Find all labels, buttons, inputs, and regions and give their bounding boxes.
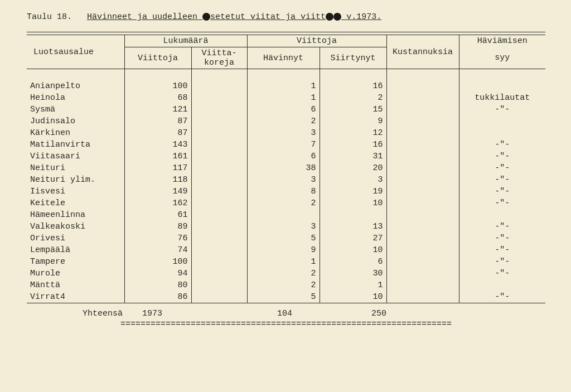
cell-syy: -"- (459, 151, 545, 162)
cell-havinnyt: 8 (247, 186, 320, 197)
table-row: Neituri ylim.11833-"- (27, 174, 545, 186)
cell-siirtynyt: 3 (320, 174, 386, 186)
cell-viittoja: 74 (124, 244, 191, 256)
col-header-viittoja: Viittoja (247, 35, 386, 47)
cell-kustannuksia (386, 174, 459, 186)
cell-viittakoreja (191, 174, 247, 186)
cell-kustannuksia (386, 127, 459, 139)
cell-havinnyt: 1 (247, 92, 320, 104)
cell-siirtynyt: 31 (320, 151, 386, 162)
cell-kustannuksia (386, 279, 459, 291)
cell-kustannuksia (386, 268, 459, 279)
cell-viittakoreja (191, 92, 247, 104)
table-row: Murole94230-"- (27, 268, 545, 279)
cell-syy (459, 80, 545, 92)
col-subheader-viittakoreja: Viitta- koreja (191, 47, 247, 69)
cell-havinnyt: 5 (247, 291, 320, 303)
cell-havinnyt: 1 (247, 80, 320, 92)
cell-syy: -"- (459, 221, 545, 233)
cell-kustannuksia (386, 92, 459, 104)
cell-havinnyt: 3 (247, 174, 320, 186)
cell-siirtynyt: 20 (320, 162, 386, 174)
cell-viittakoreja (191, 115, 247, 127)
cell-kustannuksia (386, 139, 459, 151)
table-row: Matilanvirta143716-"- (27, 139, 545, 151)
cell-viittoja: 61 (124, 209, 191, 221)
cell-area: Keitele (27, 197, 124, 209)
cell-viittoja: 121 (124, 104, 191, 115)
cell-syy: -"- (459, 244, 545, 256)
cell-havinnyt (247, 209, 320, 221)
cell-havinnyt: 6 (247, 151, 320, 162)
cell-area: Viitasaari (27, 151, 124, 162)
cell-syy (459, 115, 545, 127)
cell-havinnyt: 7 (247, 139, 320, 151)
totals-havinnyt: 104 (181, 309, 303, 318)
cell-siirtynyt: 1 (320, 279, 386, 291)
table-row: Sysmä121615-"- (27, 104, 545, 115)
cell-syy: -"- (459, 291, 545, 303)
cell-area: Lempäälä (27, 244, 124, 256)
cell-syy: -"- (459, 162, 545, 174)
cell-siirtynyt: 15 (320, 104, 386, 115)
cell-syy: -"- (459, 256, 545, 268)
cell-syy (459, 279, 545, 291)
col-subheader-syy: syy (459, 47, 545, 69)
cell-viittakoreja (191, 221, 247, 233)
table-row: Orivesi76527-"- (27, 233, 545, 244)
cell-syy (459, 127, 545, 139)
cell-siirtynyt: 10 (320, 197, 386, 209)
cell-area: Hämeenlinna (27, 209, 124, 221)
cell-havinnyt: 2 (247, 268, 320, 279)
table-row: Hämeenlinna61 (27, 209, 545, 221)
cell-kustannuksia (386, 104, 459, 115)
col-header-area: Luotsausalue (27, 35, 124, 69)
cell-siirtynyt: 10 (320, 244, 386, 256)
cell-viittoja: 94 (124, 268, 191, 279)
cell-viittoja: 161 (124, 151, 191, 162)
cell-kustannuksia (386, 233, 459, 244)
cell-viittoja: 149 (124, 186, 191, 197)
cell-viittakoreja (191, 151, 247, 162)
cell-viittakoreja (191, 279, 247, 291)
cell-viittakoreja (191, 233, 247, 244)
cell-siirtynyt: 13 (320, 221, 386, 233)
table-row: Keitele162210-"- (27, 197, 545, 209)
table-row: Lempäälä74910-"- (27, 244, 545, 256)
table-row: Valkeakoski89313-"- (27, 221, 545, 233)
cell-kustannuksia (386, 291, 459, 303)
cell-area: Kärkinen (27, 127, 124, 139)
cell-kustannuksia (386, 151, 459, 162)
cell-viittakoreja (191, 80, 247, 92)
cell-viittakoreja (191, 104, 247, 115)
cell-havinnyt: 2 (247, 115, 320, 127)
col-subheader-havinnyt: Hävinnyt (247, 47, 320, 69)
cell-viittakoreja (191, 256, 247, 268)
cell-siirtynyt: 9 (320, 115, 386, 127)
cell-viittoja: 80 (124, 279, 191, 291)
cell-viittoja: 100 (124, 256, 191, 268)
totals-label: Yhteensä (83, 309, 137, 318)
title-underlined: Hävinneet ja uudelleen setetut viitat ja… (87, 12, 381, 22)
cell-viittakoreja (191, 186, 247, 197)
hole-punch-icon (333, 13, 341, 21)
cell-syy (459, 209, 545, 221)
cell-kustannuksia (386, 197, 459, 209)
cell-viittoja: 143 (124, 139, 191, 151)
table-row: Heinola6812tukkilautat (27, 92, 545, 104)
cell-syy: tukkilautat (459, 92, 545, 104)
cell-kustannuksia (386, 162, 459, 174)
cell-siirtynyt: 30 (320, 268, 386, 279)
table-row: Tampere10016-"- (27, 256, 545, 268)
cell-area: Heinola (27, 92, 124, 104)
cell-havinnyt: 38 (247, 162, 320, 174)
cell-viittoja: 100 (124, 80, 191, 92)
table-row: Virrat486510-"- (27, 291, 545, 303)
cell-syy: -"- (459, 268, 545, 279)
cell-area: Anianpelto (27, 80, 124, 92)
cell-syy: -"- (459, 186, 545, 197)
hole-punch-icon (326, 13, 333, 21)
cell-syy: -"- (459, 233, 545, 244)
cell-siirtynyt: 16 (320, 139, 386, 151)
col-subheader-viittoja: Viittoja (124, 47, 191, 69)
